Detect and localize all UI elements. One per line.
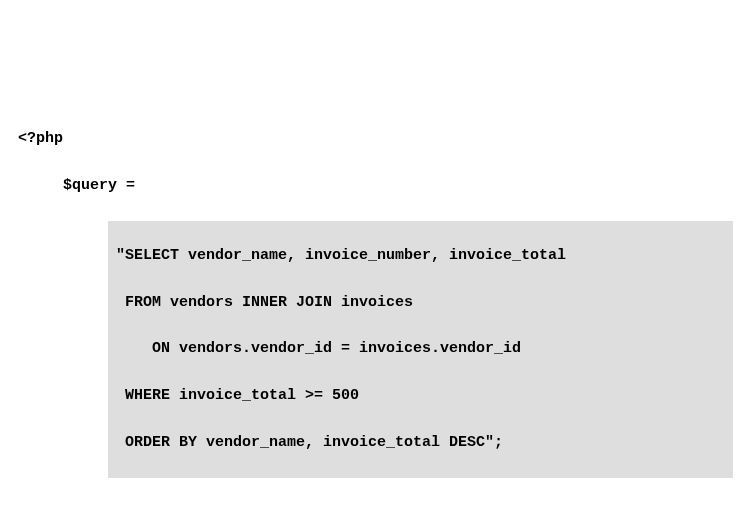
sql-select: "SELECT vendor_name, invoice_number, inv… [108,244,723,267]
sql-where: WHERE invoice_total >= 500 [108,384,723,407]
sql-on: ON vendors.vendor_id = invoices.vendor_i… [108,337,723,360]
sql-orderby: ORDER BY vendor_name, invoice_total DESC… [108,431,723,454]
sql-from: FROM vendors INNER JOIN invoices [108,291,723,314]
query-assignment: $query = [18,174,752,197]
blank-line [18,501,752,524]
sql-query-highlight: "SELECT vendor_name, invoice_number, inv… [108,221,733,478]
code-block: <?php $query = "SELECT vendor_name, invo… [18,104,752,524]
php-open-tag: <?php [18,127,752,150]
